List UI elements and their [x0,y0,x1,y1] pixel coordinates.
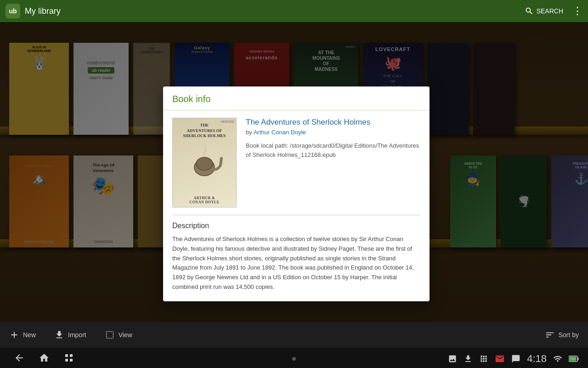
modal-content: HEROES THEADVENTURES OFSHERLOCK HOLMES [163,110,430,215]
book-title-link[interactable]: The Adventures of Sherlock Holmes [246,118,420,127]
sys-status-icons: 4:18 [448,353,579,365]
back-button[interactable] [14,352,25,366]
svg-rect-2 [65,354,68,357]
by-prefix: by [246,129,252,136]
svg-rect-7 [578,357,579,360]
import-icon [54,330,64,340]
sys-nav-buttons [14,352,74,366]
download-icon [464,354,473,363]
sort-button[interactable]: Sort by [545,330,579,340]
back-icon [14,352,25,363]
home-icon [39,352,50,363]
system-time: 4:18 [527,353,547,365]
wifi-icon [553,354,562,363]
modal-header: Book info [163,86,430,110]
bottom-toolbar: New Import View Sort by [0,322,588,348]
svg-rect-5 [70,359,73,362]
gallery-icon [448,354,457,363]
modal-description: Description The Adventures of Sherlock H… [163,215,430,301]
gmail-icon [495,354,505,364]
svg-rect-3 [70,354,73,357]
app-title: My library [25,6,525,16]
new-button[interactable]: New [9,330,36,340]
search-label: SEARCH [537,7,563,15]
recents-button[interactable] [63,352,74,366]
pipe-illustration [184,144,225,181]
view-label: View [119,331,132,339]
system-bar: 4:18 [0,348,588,368]
add-icon [9,330,19,340]
battery-icon [569,356,579,362]
home-dot[interactable] [292,357,296,361]
svg-rect-8 [570,357,577,361]
svg-point-1 [196,157,213,170]
home-button[interactable] [39,352,50,366]
search-button[interactable]: SEARCH [525,6,563,16]
import-button[interactable]: Import [54,330,86,340]
recents-icon [63,352,74,363]
view-button[interactable]: View [105,330,132,340]
top-bar: ub My library SEARCH ⋮ [0,0,588,22]
bookshelf: ALICE INWONDERLAND 🐰 notabsystems ub rea… [0,22,588,322]
sort-label: Sort by [559,331,579,339]
book-author-line: by Arthur Conan Doyle [246,129,420,136]
author-link[interactable]: Arthur Conan Doyle [254,129,306,136]
book-path: Book local path: /storage/sdcard0/Digita… [246,141,420,159]
app-logo: ub [6,4,20,18]
book-info-text: The Adventures of Sherlock Holmes by Art… [246,118,420,207]
book-cover-thumbnail: HEROES THEADVENTURES OFSHERLOCK HOLMES [172,118,237,207]
modal-title: Book info [172,94,420,104]
sms-icon [511,354,520,363]
import-label: Import [68,331,86,339]
book-info-modal: Book info HEROES THEADVENTURES OFSHERLOC… [163,86,430,301]
description-text: The Adventures of Sherlock Holmes is a c… [172,235,420,292]
search-icon [525,6,534,16]
overflow-menu-button[interactable]: ⋮ [572,5,582,17]
view-icon [105,330,115,340]
section-divider [172,215,420,215]
new-label: New [23,331,36,339]
svg-rect-4 [65,359,68,362]
description-title: Description [172,222,420,230]
sort-icon [545,330,555,340]
apps-icon [479,354,488,363]
